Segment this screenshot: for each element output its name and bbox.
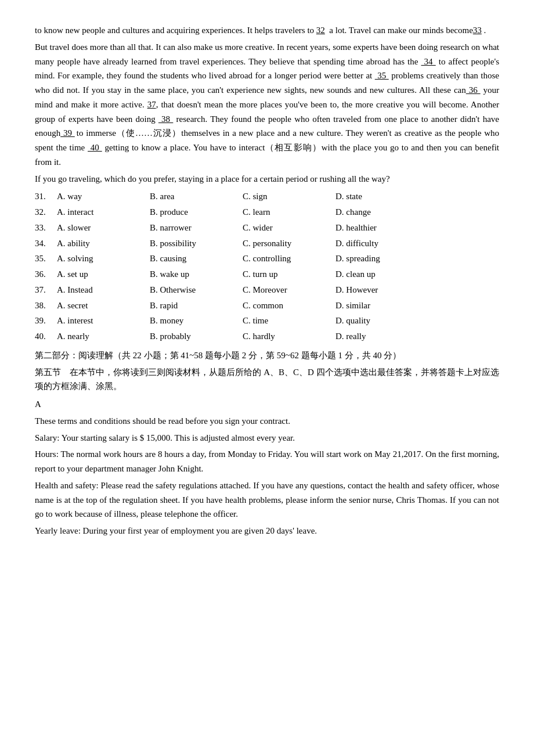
q-40-a: A. nearly	[57, 329, 150, 344]
question-row-40: 40. A. nearly B. probably C. hardly D. r…	[35, 329, 499, 344]
question-row-36: 36. A. set up B. wake up C. turn up D. c…	[35, 267, 499, 282]
blank-37-inline: 37	[147, 100, 156, 109]
chinese-section: 第二部分：阅读理解（共 22 小题；第 41~58 题每小题 2 分，第 59~…	[35, 348, 499, 394]
q-38-d: D. similar	[335, 298, 428, 313]
reading-para-3: Hours: The normal work hours are 8 hours…	[35, 447, 499, 476]
q-num-33: 33.	[35, 221, 57, 235]
q-num-35: 35.	[35, 251, 57, 266]
q-num-39: 39.	[35, 314, 57, 328]
q-33-c: C. wider	[243, 221, 335, 235]
section-note: 第五节 在本节中，你将读到三则阅读材料，从题后所给的 A、B、C、D 四个选项中…	[35, 365, 499, 394]
q-37-a: A. Instead	[57, 283, 150, 297]
q-33-a: A. slower	[57, 221, 150, 235]
main-content: to know new people and cultures and acqu…	[35, 23, 499, 538]
q-32-c: C. learn	[243, 205, 335, 219]
q-36-a: A. set up	[57, 267, 150, 282]
question-row-33: 33. A. slower B. narrower C. wider D. he…	[35, 221, 499, 235]
q-37-d: D. However	[335, 283, 428, 297]
question-row-38: 38. A. secret B. rapid C. common D. simi…	[35, 298, 499, 313]
blank-33-inline: 33	[473, 26, 482, 35]
q-37-b: B. Otherwise	[150, 283, 243, 297]
q-36-d: D. clean up	[335, 267, 428, 282]
blank-36-inline: 36	[466, 85, 481, 95]
q-num-32: 32.	[35, 205, 57, 219]
blank-34-inline: 34	[421, 57, 435, 66]
q-39-d: D. quality	[335, 314, 428, 328]
blank-38-inline: 38	[158, 114, 173, 124]
q-num-31: 31.	[35, 189, 57, 204]
q-num-36: 36.	[35, 267, 57, 282]
q-num-37: 37.	[35, 283, 57, 297]
question-row-31: 31. A. way B. area C. sign D. state	[35, 189, 499, 204]
q-31-a: A. way	[57, 189, 150, 204]
q-35-d: D. spreading	[335, 251, 428, 266]
q-31-b: B. area	[150, 189, 243, 204]
reading-para-1: These terms and conditions should be rea…	[35, 414, 499, 429]
q-32-a: A. interact	[57, 205, 150, 219]
q-34-d: D. difficulty	[335, 236, 428, 251]
question-row-37: 37. A. Instead B. Otherwise C. Moreover …	[35, 283, 499, 297]
q-38-a: A. secret	[57, 298, 150, 313]
q-35-a: A. solving	[57, 251, 150, 266]
q-32-d: D. change	[335, 205, 428, 219]
q-39-b: B. money	[150, 314, 243, 328]
q-38-b: B. rapid	[150, 298, 243, 313]
question-row-35: 35. A. solving B. causing C. controlling…	[35, 251, 499, 266]
blank-40-inline: 40	[88, 143, 102, 152]
reading-para-5: Yearly leave: During your first year of …	[35, 524, 499, 538]
paragraph-3: If you go traveling, which do you prefer…	[35, 172, 499, 186]
q-num-38: 38.	[35, 298, 57, 313]
question-row-32: 32. A. interact B. produce C. learn D. c…	[35, 205, 499, 219]
blank-32-inline: 32	[316, 26, 325, 35]
q-39-a: A. interest	[57, 314, 150, 328]
q-40-c: C. hardly	[243, 329, 335, 344]
q-num-34: 34.	[35, 236, 57, 251]
q-32-b: B. produce	[150, 205, 243, 219]
question-row-34: 34. A. ability B. possibility C. persona…	[35, 236, 499, 251]
q-40-d: D. really	[335, 329, 428, 344]
q-num-40: 40.	[35, 329, 57, 344]
q-38-c: C. common	[243, 298, 335, 313]
q-33-b: B. narrower	[150, 221, 243, 235]
q-34-c: C. personality	[243, 236, 335, 251]
letter-heading-a: A	[35, 397, 499, 412]
q-37-c: C. Moreover	[243, 283, 335, 297]
q-39-c: C. time	[243, 314, 335, 328]
reading-para-2: Salary: Your starting salary is $ 15,000…	[35, 431, 499, 445]
section-label: 第二部分：阅读理解（共 22 小题；第 41~58 题每小题 2 分，第 59~…	[35, 348, 499, 363]
q-36-b: B. wake up	[150, 267, 243, 282]
q-35-c: C. controlling	[243, 251, 335, 266]
q-34-a: A. ability	[57, 236, 150, 251]
paragraph-2: But travel does more than all that. It c…	[35, 40, 499, 170]
q-35-b: B. causing	[150, 251, 243, 266]
blank-39-inline: 39	[60, 128, 75, 138]
q-31-c: C. sign	[243, 189, 335, 204]
q-34-b: B. possibility	[150, 236, 243, 251]
question-list: 31. A. way B. area C. sign D. state 32. …	[35, 189, 499, 344]
q-36-c: C. turn up	[243, 267, 335, 282]
paragraph-1: to know new people and cultures and acqu…	[35, 23, 499, 38]
reading-para-4: Health and safety: Please read the safet…	[35, 478, 499, 521]
blank-35-inline: 35	[375, 71, 389, 80]
question-row-39: 39. A. interest B. money C. time D. qual…	[35, 314, 499, 328]
q-31-d: D. state	[335, 189, 428, 204]
q-40-b: B. probably	[150, 329, 243, 344]
q-33-d: D. healthier	[335, 221, 428, 235]
